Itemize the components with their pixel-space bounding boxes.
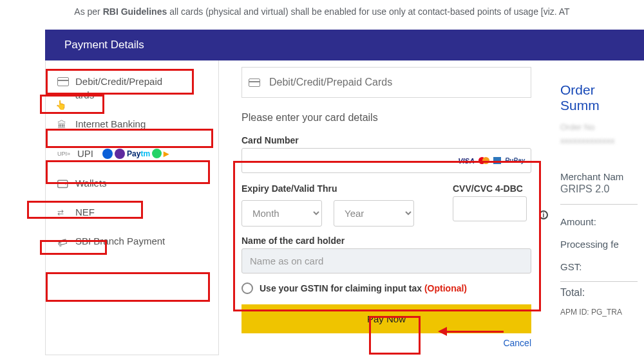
upi-logos: Paytm ▸	[102, 147, 169, 160]
sidebar-item-label: Internet Banking	[75, 118, 146, 129]
sidebar-item-neft[interactable]: ⇄ NEF	[46, 198, 218, 227]
radio-icon[interactable]	[242, 282, 253, 294]
cvv-label: CVV/CVC 4-DBC	[453, 183, 527, 194]
payment-details-header: Payment Details	[45, 30, 644, 60]
card-icon	[57, 77, 69, 86]
sidebar-item-label: ards	[75, 89, 94, 100]
expiry-label: Expiry Date/Valid Thru	[242, 183, 414, 194]
bank-icon: 🏛	[57, 120, 69, 129]
merchant-name-label: Merchant Nam	[560, 171, 638, 182]
panel-header: Debit/Credit/Prepaid Cards	[242, 67, 531, 98]
upi-icon: UPI»	[57, 151, 70, 157]
phonepe-icon	[102, 149, 113, 159]
mastercard-logo	[478, 157, 489, 164]
sidebar-item-label: Wallets	[75, 178, 107, 189]
sidebar-item-label: Debit/Credit/Prepaid	[75, 76, 162, 87]
sidebar-item-label: SBI Branch Payment	[75, 236, 165, 246]
apm-id: APM ID: PG_TRA	[560, 308, 638, 317]
transfer-icon: ⇄	[57, 208, 69, 217]
rbi-notice: As per RBI Guidelines all cards (physica…	[0, 0, 644, 30]
phonepe-icon-2	[115, 149, 125, 159]
panel-title: Debit/Credit/Prepaid Cards	[269, 77, 392, 88]
bhim-icon: ▸	[164, 147, 169, 160]
order-summary: Order Summ Order No xxxxxxxxxxxxx Mercha…	[554, 67, 644, 355]
pay-now-button[interactable]: Pay Now	[242, 304, 531, 333]
sidebar-item-label: UPI	[77, 148, 93, 159]
gstin-row[interactable]: Use your GSTIN for claiming input tax (O…	[242, 282, 531, 294]
gstin-text: Use your GSTIN for claiming input tax	[260, 283, 422, 293]
processing-fee-label: Processing fe	[560, 239, 638, 250]
expiry-month-select[interactable]: Month	[242, 200, 322, 227]
optional-tag: (Optional)	[424, 283, 467, 293]
card-number-label: Card Number	[242, 135, 531, 145]
expiry-year-select[interactable]: Year	[334, 200, 414, 227]
cvv-input[interactable]	[453, 196, 527, 221]
merchant-name-value: GRIPS 2.0	[560, 183, 638, 195]
whatsapp-icon	[152, 149, 162, 158]
info-icon[interactable]: i	[539, 210, 548, 219]
blurred-order-value: xxxxxxxxxxxxx	[560, 136, 638, 145]
total-label: Total:	[560, 287, 638, 299]
instruction-text: Please enter your card details	[242, 112, 531, 124]
visa-logo: VISA	[458, 157, 475, 165]
gst-label: GST:	[560, 261, 638, 272]
summary-title: Order Summ	[560, 82, 638, 113]
card-network-logos: VISA RuPay	[458, 157, 525, 165]
cardholder-name-label: Name of the card holder	[242, 236, 531, 246]
payment-method-sidebar: Debit/Credit/Prepaid ards 🏛 Internet Ban…	[45, 60, 219, 355]
sidebar-item-sbi-branch[interactable]: 🏷 SBI Branch Payment	[46, 227, 218, 255]
card-icon	[249, 79, 260, 87]
svg-point-1	[65, 183, 66, 184]
sidebar-item-upi[interactable]: UPI» UPI Paytm ▸	[46, 138, 218, 169]
blurred-order-label: Order No	[560, 122, 638, 132]
cancel-link[interactable]: Cancel	[503, 338, 531, 348]
sidebar-item-label: NEF	[75, 207, 95, 218]
cardholder-name-input[interactable]	[242, 248, 531, 273]
sidebar-item-wallets[interactable]: Wallets	[46, 169, 218, 198]
wallet-icon	[57, 179, 69, 188]
amex-logo	[493, 157, 501, 164]
sidebar-item-cards-line2[interactable]: ards	[46, 89, 218, 109]
rupay-logo: RuPay	[505, 157, 525, 164]
paytm-logo: Paytm	[127, 149, 150, 158]
amount-label: Amount:	[560, 216, 638, 227]
tag-icon: 🏷	[56, 235, 70, 246]
sidebar-item-internet-banking[interactable]: 🏛 Internet Banking	[46, 109, 218, 138]
